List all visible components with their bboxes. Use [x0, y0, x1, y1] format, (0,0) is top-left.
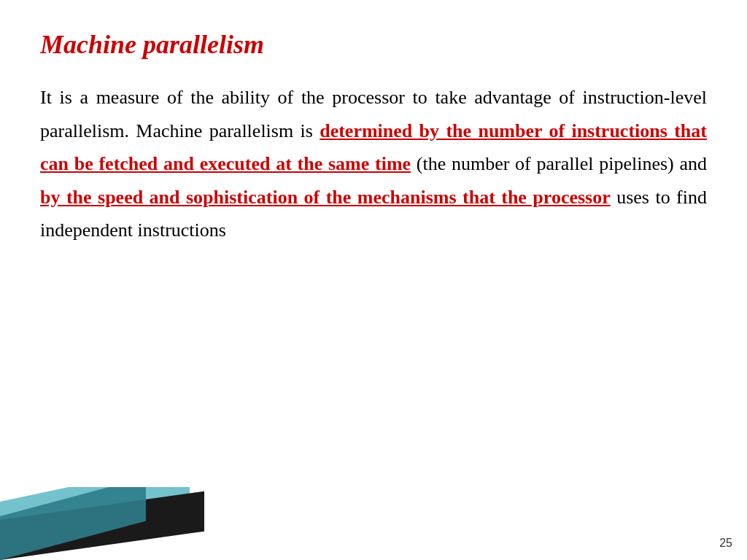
body-text-part2: (the number of parallel pipelines) and — [411, 153, 707, 174]
page-number: 25 — [719, 537, 732, 550]
bottom-decoration — [0, 487, 233, 560]
highlight-text-2: by the speed and sophistication of the m… — [40, 187, 611, 208]
slide-title: Machine parallelism — [40, 29, 707, 61]
slide-container: Machine parallelism It is a measure of t… — [0, 0, 747, 560]
slide-body: It is a measure of the ability of the pr… — [40, 81, 707, 247]
